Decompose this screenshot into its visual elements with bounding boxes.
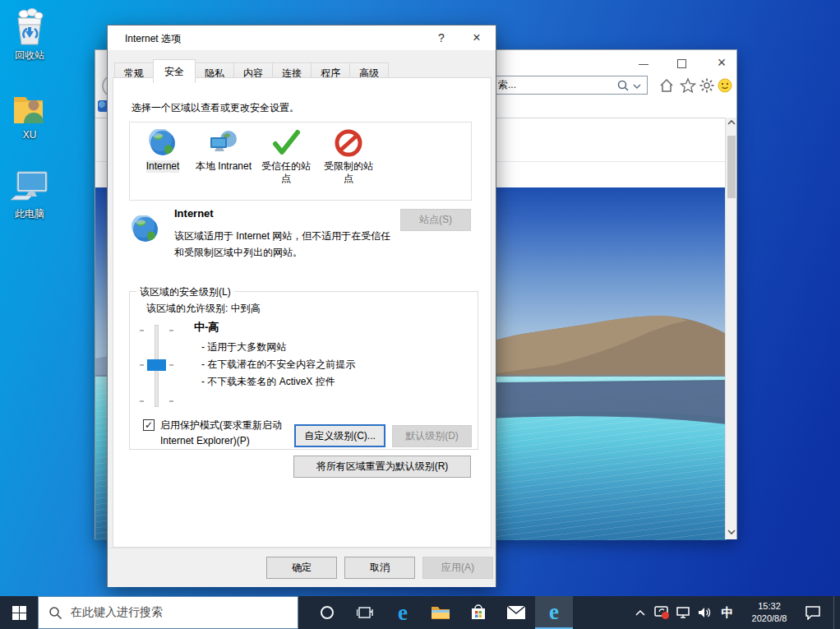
intranet-icon bbox=[192, 127, 255, 159]
security-slider-thumb[interactable] bbox=[147, 359, 166, 371]
protected-mode-checkbox[interactable]: ✓ bbox=[143, 419, 155, 431]
internet-globe-icon bbox=[132, 127, 194, 159]
protected-mode-label-line2: Internet Explorer)(P) bbox=[160, 433, 282, 449]
zone-label: 受信任的站点 bbox=[257, 160, 315, 185]
zone-description-line2: 和受限制区域中列出的网站。 bbox=[174, 246, 302, 260]
scrollbar-thumb[interactable] bbox=[727, 136, 736, 198]
volume-icon[interactable] bbox=[694, 596, 715, 629]
zone-instruction: 选择一个区域以查看或更改安全设置。 bbox=[132, 101, 299, 115]
close-icon[interactable]: × bbox=[713, 53, 731, 72]
dialog-title: Internet 选项 bbox=[125, 32, 181, 46]
desktop-icon-label: XU bbox=[0, 129, 59, 141]
desktop-icon-label: 回收站 bbox=[0, 49, 59, 62]
edge-icon[interactable]: e bbox=[384, 596, 422, 629]
default-level-button: 默认级别(D) bbox=[392, 425, 472, 447]
close-icon[interactable]: × bbox=[464, 25, 490, 50]
zone-label: Internet bbox=[146, 160, 180, 173]
microsoft-store-icon[interactable] bbox=[459, 596, 497, 629]
internet-options-dialog: Internet 选项 ? × 常规安全隐私内容连接程序高级 选择一个区域以查看… bbox=[107, 25, 496, 587]
zone-internet[interactable]: Internet bbox=[132, 127, 194, 173]
level-name: 中-高 bbox=[194, 320, 219, 335]
zone-trusted-sites[interactable]: 受信任的站点 bbox=[255, 127, 317, 185]
level-bullet: - 适用于大多数网站 bbox=[201, 339, 355, 356]
slider-tick bbox=[169, 364, 173, 366]
gear-icon[interactable] bbox=[699, 77, 715, 94]
security-level-group: 该区域的安全级别(L) 该区域的允许级别: 中到高 中-高 - 适用于大多数网站… bbox=[129, 291, 478, 450]
restricted-icon bbox=[317, 127, 380, 159]
level-bullet: - 不下载未签名的 ActiveX 控件 bbox=[201, 373, 355, 391]
slider-tick bbox=[140, 364, 144, 366]
taskbar: 在此键入进行搜索 e bbox=[0, 596, 840, 629]
search-icon[interactable] bbox=[616, 80, 641, 95]
file-explorer-icon[interactable] bbox=[422, 596, 459, 629]
zone-label: 本地 Intranet bbox=[196, 160, 252, 173]
tray-chevron-up-icon[interactable] bbox=[630, 596, 651, 629]
help-button[interactable]: ? bbox=[430, 25, 453, 50]
clock-time: 15:32 bbox=[740, 600, 799, 613]
network-icon[interactable] bbox=[672, 596, 694, 629]
star-icon[interactable] bbox=[680, 77, 696, 94]
smiley-feedback-icon[interactable] bbox=[717, 77, 733, 94]
home-icon[interactable] bbox=[658, 77, 675, 94]
allowed-level-text: 该区域的允许级别: 中到高 bbox=[146, 302, 261, 316]
slider-tick bbox=[140, 330, 144, 331]
taskbar-search-input[interactable]: 在此键入进行搜索 bbox=[38, 596, 298, 629]
task-view-icon[interactable] bbox=[346, 596, 384, 629]
scroll-down-icon[interactable] bbox=[726, 527, 737, 539]
desktop-icon-this-pc[interactable]: 此电脑 bbox=[0, 167, 59, 221]
search-icon bbox=[48, 606, 62, 620]
desktop-icon-label: 此电脑 bbox=[0, 207, 59, 221]
show-desktop-button[interactable] bbox=[833, 596, 840, 629]
start-button[interactable] bbox=[0, 596, 38, 629]
zone-local-intranet[interactable]: 本地 Intranet bbox=[192, 127, 255, 173]
ime-indicator[interactable]: 中 bbox=[715, 605, 740, 621]
scrollbar[interactable] bbox=[725, 118, 736, 539]
taskbar-clock[interactable]: 15:32 2020/8/8 bbox=[740, 600, 799, 625]
zone-label: 受限制的站点 bbox=[320, 160, 377, 185]
custom-level-button[interactable]: 自定义级别(C)... bbox=[294, 424, 385, 447]
maximize-icon[interactable] bbox=[677, 59, 686, 68]
cancel-button[interactable]: 取消 bbox=[344, 557, 415, 579]
mail-icon[interactable] bbox=[497, 596, 535, 629]
security-level-group-title: 该区域的安全级别(L) bbox=[136, 285, 234, 299]
protected-mode-label-line1: 启用保护模式(要求重新启动 bbox=[160, 418, 282, 433]
security-tab-page: 选择一个区域以查看或更改安全设置。 Internet bbox=[113, 77, 492, 548]
zone-restricted-sites[interactable]: 受限制的站点 bbox=[317, 127, 380, 185]
dialog-tabs: 常规安全隐私内容连接程序高级 bbox=[114, 59, 388, 79]
slider-tick bbox=[169, 330, 173, 331]
minimize-icon[interactable] bbox=[639, 64, 648, 65]
level-bullet: - 在下载潜在的不安全内容之前提示 bbox=[201, 356, 355, 373]
selected-zone-globe-icon bbox=[132, 215, 159, 246]
this-pc-icon bbox=[0, 167, 59, 205]
reset-all-zones-button[interactable]: 将所有区域重置为默认级别(R) bbox=[293, 456, 471, 478]
ok-button[interactable]: 确定 bbox=[266, 557, 337, 579]
clock-date: 2020/8/8 bbox=[740, 613, 799, 625]
user-folder-icon bbox=[0, 89, 59, 127]
desktop-icon-recycle-bin[interactable]: 回收站 bbox=[0, 8, 59, 62]
desktop-icon-xu[interactable]: XU bbox=[0, 89, 59, 141]
selected-zone-name: Internet bbox=[174, 207, 214, 220]
sites-button: 站点(S) bbox=[400, 209, 471, 231]
action-center-icon[interactable] bbox=[799, 596, 827, 629]
system-tray: 中 15:32 2020/8/8 bbox=[630, 596, 840, 629]
internet-explorer-icon[interactable]: e bbox=[535, 596, 573, 629]
apply-button: 应用(A) bbox=[422, 557, 493, 579]
desktop: 回收站 XU 此电脑 × ‹ 索... bbox=[0, 0, 840, 629]
protected-mode-label[interactable]: 启用保护模式(要求重新启动 Internet Explorer)(P) bbox=[160, 418, 282, 449]
cortana-icon[interactable] bbox=[308, 596, 346, 629]
tray-alert-icon[interactable] bbox=[651, 596, 672, 629]
zone-description-line1: 该区域适用于 Internet 网站，但不适用于在受信任 bbox=[174, 229, 390, 243]
level-bullets: - 适用于大多数网站 - 在下载潜在的不安全内容之前提示 - 不下载未签名的 A… bbox=[201, 339, 355, 391]
recycle-bin-icon bbox=[0, 8, 59, 46]
slider-tick bbox=[169, 400, 173, 402]
scroll-up-icon[interactable] bbox=[726, 118, 737, 130]
zone-list: Internet 本地 Intranet bbox=[129, 122, 472, 201]
taskbar-search-placeholder: 在此键入进行搜索 bbox=[71, 605, 163, 620]
trusted-check-icon bbox=[255, 127, 317, 159]
slider-tick bbox=[140, 400, 144, 402]
tab-security[interactable]: 安全 bbox=[153, 59, 196, 83]
